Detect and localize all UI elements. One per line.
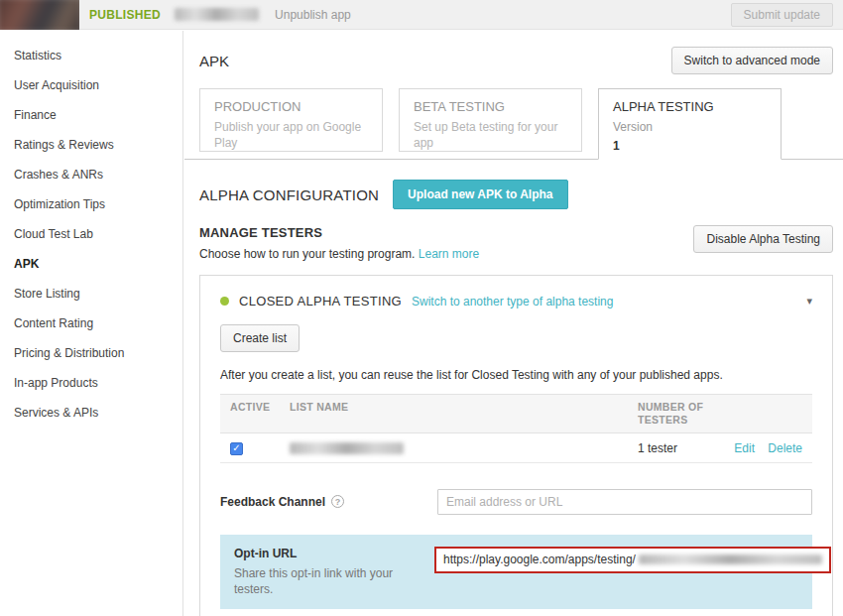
opt-in-url-field[interactable]: https://play.google.com/apps/testing/	[434, 547, 831, 573]
sidebar-item-finance[interactable]: Finance	[0, 100, 182, 130]
column-header-spacer	[707, 401, 755, 427]
sidebar-item-pricing-distribution[interactable]: Pricing & Distribution	[0, 338, 182, 368]
sidebar-item-crashes-anrs[interactable]: Crashes & ANRs	[0, 160, 182, 189]
testers-count: 1 tester	[638, 441, 707, 455]
sidebar-item-ratings-reviews[interactable]: Ratings & Reviews	[0, 130, 182, 160]
feedback-channel-label-group: Feedback Channel ?	[220, 495, 437, 509]
list-name-redacted	[290, 442, 404, 454]
switch-alpha-type-link[interactable]: Switch to another type of alpha testing	[412, 295, 613, 308]
opt-in-url-description: Share this opt-in link with your testers…	[234, 565, 408, 597]
checkmark-icon: ✓	[232, 443, 240, 453]
alpha-configuration-heading: ALPHA CONFIGURATION	[199, 186, 379, 203]
closed-alpha-testing-panel: CLOSED ALPHA TESTING Switch to another t…	[199, 275, 833, 616]
sidebar-item-user-acquisition[interactable]: User Acquisition	[0, 70, 182, 100]
opt-in-field-wrap: https://play.google.com/apps/testing/	[434, 547, 837, 573]
tab-alpha-testing[interactable]: ALPHA TESTING Version 1	[598, 88, 782, 160]
tab-alpha-title: ALPHA TESTING	[613, 99, 767, 114]
alpha-configuration-row: ALPHA CONFIGURATION Upload new APK to Al…	[199, 180, 833, 209]
manage-testers-row: MANAGE TESTERS Choose how to run your te…	[199, 225, 833, 261]
manage-testers-description: Choose how to run your testing program.	[199, 247, 415, 261]
apk-page: APK Switch to advanced mode PRODUCTION P…	[184, 31, 843, 616]
table-row: ✓ 1 tester Edit Delete	[220, 433, 812, 463]
manage-testers-info: MANAGE TESTERS Choose how to run your te…	[199, 225, 479, 261]
tab-alpha-version-value: 1	[613, 139, 767, 153]
tab-production[interactable]: PRODUCTION Publish your app on Google Pl…	[199, 88, 383, 152]
feedback-channel-row: Feedback Channel ?	[220, 489, 812, 515]
opt-in-url-section: Opt-in URL Share this opt-in link with y…	[220, 535, 812, 609]
manage-testers-heading: MANAGE TESTERS	[199, 225, 479, 240]
tester-lists-table: ACTIVE LIST NAME NUMBER OF TESTERS ✓ 1 t…	[220, 394, 812, 463]
app-icon-image	[0, 0, 79, 30]
feedback-channel-input[interactable]	[437, 489, 812, 515]
page-title: APK	[199, 53, 229, 69]
column-header-list-name: LIST NAME	[290, 401, 638, 427]
column-header-spacer	[755, 401, 802, 427]
create-list-button[interactable]: Create list	[220, 324, 300, 352]
app-icon	[0, 0, 79, 30]
help-icon[interactable]: ?	[331, 495, 344, 508]
column-header-active: ACTIVE	[230, 401, 290, 427]
tab-beta-title: BETA TESTING	[414, 99, 567, 114]
submit-update-button[interactable]: Submit update	[731, 3, 833, 27]
opt-in-label-group: Opt-in URL Share this opt-in link with y…	[234, 547, 434, 597]
tab-alpha-version-label: Version	[613, 120, 767, 136]
sidebar-item-in-app-products[interactable]: In-app Products	[0, 368, 182, 398]
topbar: PUBLISHED Unpublish app Submit update	[0, 0, 843, 30]
column-header-number-of-testers: NUMBER OF TESTERS	[638, 401, 707, 427]
edit-list-link[interactable]: Edit	[734, 441, 755, 455]
delete-list-link[interactable]: Delete	[768, 441, 802, 455]
sidebar-item-content-rating[interactable]: Content Rating	[0, 308, 182, 338]
chevron-down-icon[interactable]: ▾	[806, 295, 812, 308]
upload-new-apk-alpha-button[interactable]: Upload new APK to Alpha	[393, 180, 567, 209]
switch-advanced-mode-button[interactable]: Switch to advanced mode	[671, 47, 833, 74]
opt-in-url-redacted	[639, 554, 822, 564]
sidebar-item-optimization-tips[interactable]: Optimization Tips	[0, 189, 182, 219]
closed-alpha-testing-title: CLOSED ALPHA TESTING	[239, 294, 402, 308]
tab-production-title: PRODUCTION	[214, 99, 368, 114]
tab-production-subtitle: Publish your app on Google Play	[214, 120, 368, 151]
page-header: APK Switch to advanced mode	[199, 47, 833, 74]
tab-beta-subtitle: Set up Beta testing for your app	[414, 120, 567, 151]
table-header-row: ACTIVE LIST NAME NUMBER OF TESTERS	[220, 394, 812, 433]
unpublish-app-link[interactable]: Unpublish app	[275, 8, 351, 22]
list-active-checkbox[interactable]: ✓	[230, 442, 243, 455]
disable-alpha-testing-button[interactable]: Disable Alpha Testing	[693, 225, 833, 253]
opt-in-url-value: https://play.google.com/apps/testing/	[443, 553, 636, 566]
sidebar-item-statistics[interactable]: Statistics	[0, 41, 182, 70]
sidebar: Statistics User Acquisition Finance Rati…	[0, 31, 183, 616]
sidebar-item-apk[interactable]: APK	[0, 249, 182, 279]
feedback-channel-label: Feedback Channel	[220, 495, 325, 509]
app-name-redacted	[175, 8, 259, 21]
sidebar-item-services-apis[interactable]: Services & APIs	[0, 398, 182, 428]
apk-track-tabs: PRODUCTION Publish your app on Google Pl…	[184, 88, 843, 160]
active-status-dot-icon	[220, 297, 229, 306]
opt-in-url-label: Opt-in URL	[234, 547, 434, 560]
learn-more-link[interactable]: Learn more	[419, 247, 479, 261]
reuse-list-note: After you create a list, you can reuse t…	[220, 368, 812, 382]
panel-header: CLOSED ALPHA TESTING Switch to another t…	[220, 294, 812, 308]
published-status-badge: PUBLISHED	[89, 8, 161, 22]
sidebar-item-cloud-test-lab[interactable]: Cloud Test Lab	[0, 219, 182, 249]
sidebar-item-store-listing[interactable]: Store Listing	[0, 279, 182, 308]
tab-beta-testing[interactable]: BETA TESTING Set up Beta testing for you…	[399, 88, 582, 152]
